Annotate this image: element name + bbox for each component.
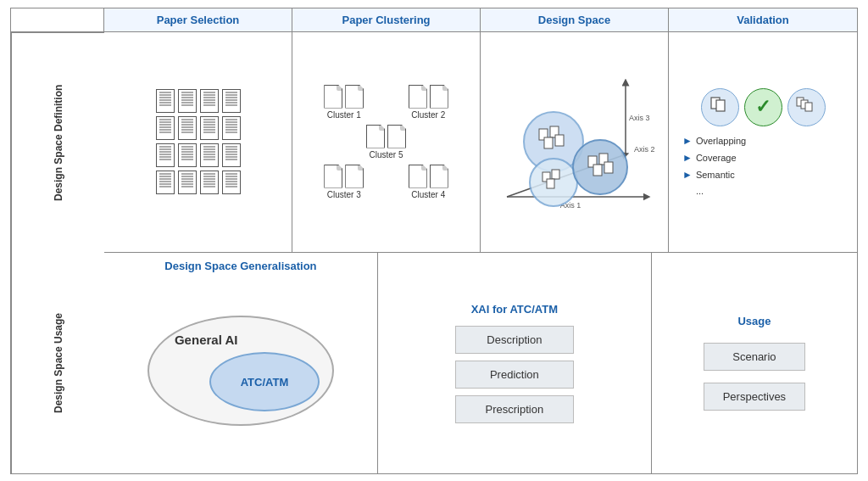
cluster-grid: Cluster 1 Cluster 2 Cluster 5 <box>299 80 473 204</box>
val-semantic: ► Semantic <box>682 169 735 181</box>
arrow-icon: ► <box>682 169 693 181</box>
bottom-content-row: Design Space Generalisation General AI A… <box>104 253 857 473</box>
cluster-paper-icon <box>324 165 342 188</box>
header-row: Paper Selection Paper Clustering Design … <box>104 8 857 32</box>
cluster-paper-icon <box>387 125 406 148</box>
paper-icon <box>156 143 175 167</box>
paper-icon <box>222 143 241 167</box>
paper-icon <box>156 89 175 113</box>
cluster-5-item: Cluster 5 <box>366 125 406 159</box>
svg-rect-15 <box>547 179 554 188</box>
inner-ellipse: ATC/ATM <box>209 352 320 411</box>
validation-cell: ✓ ► Overlapping ► Co <box>669 32 857 252</box>
svg-text:Axis 2: Axis 2 <box>634 145 655 154</box>
paper-icon <box>222 171 241 194</box>
validation-circle-3 <box>787 88 826 126</box>
cluster-3-item: Cluster 3 <box>304 165 384 199</box>
cluster-paper-icon <box>430 85 448 109</box>
paper-icon <box>200 143 219 167</box>
paper-icon <box>222 89 241 113</box>
paper-icon <box>178 171 197 194</box>
papers-icon <box>708 95 732 119</box>
paper-icon <box>200 116 219 140</box>
validation-circle-1 <box>701 88 739 126</box>
paper-icon <box>222 116 241 140</box>
paper-grid <box>153 86 244 198</box>
cluster-1-item: Cluster 1 <box>304 85 384 120</box>
paper-icon <box>178 143 197 167</box>
header-paper-clustering: Paper Clustering <box>292 8 481 31</box>
paper-icon <box>178 116 197 140</box>
arrow-icon: ► <box>682 135 693 147</box>
usage-perspectives-box: Perspectives <box>704 383 805 411</box>
svg-rect-18 <box>593 165 602 176</box>
svg-rect-24 <box>805 103 812 111</box>
svg-text:Axis 3: Axis 3 <box>629 114 650 122</box>
paper-clustering-cell: Cluster 1 Cluster 2 Cluster 5 <box>292 32 481 252</box>
outer-ellipse: General AI ATC/ATM <box>147 316 334 426</box>
generalisation-visual: General AI ATC/ATM <box>111 276 370 467</box>
usage-visual: Usage Scenario Perspectives <box>659 260 850 467</box>
design-space-cell: Axis 1 Axis 2 Axis 3 <box>481 32 669 252</box>
check-icon: ✓ <box>755 96 771 118</box>
val-more: ... <box>682 186 704 196</box>
validation-circles: ✓ <box>682 88 843 126</box>
cluster-2-item: Cluster 2 <box>389 85 469 120</box>
validation-visual: ✓ ► Overlapping ► Co <box>676 81 850 203</box>
xai-title: XAI for ATC/ATM <box>471 303 558 316</box>
xai-prescription-box: Prescription <box>455 395 574 423</box>
header-validation: Validation <box>669 8 857 31</box>
svg-rect-19 <box>604 162 613 173</box>
corner-cell <box>11 8 104 32</box>
usage-cell: Usage Scenario Perspectives <box>652 253 857 473</box>
cluster-paper-icon <box>366 125 385 148</box>
cluster-paper-icon <box>345 85 364 109</box>
paper-selection-cell <box>104 32 292 252</box>
cluster-paper-icon <box>430 165 448 188</box>
xai-prediction-box: Prediction <box>455 361 574 389</box>
cluster-paper-icon <box>345 165 364 188</box>
svg-rect-14 <box>552 170 559 179</box>
paper-icon <box>178 89 197 113</box>
paper-icon <box>200 89 219 113</box>
header-paper-selection: Paper Selection <box>104 8 292 31</box>
svg-rect-21 <box>716 100 725 111</box>
xai-description-box: Description <box>455 326 574 354</box>
atc-atm-label: ATC/ATM <box>241 376 289 389</box>
val-overlapping: ► Overlapping <box>682 135 746 147</box>
arrow-icon: ► <box>682 152 693 164</box>
val-coverage: ► Coverage <box>682 152 737 164</box>
main-diagram: Paper Selection Paper Clustering Design … <box>10 8 858 474</box>
paper-icon <box>156 171 175 194</box>
cluster-paper-icon <box>409 165 427 188</box>
paper-icon <box>200 171 219 194</box>
axes-svg: Axis 1 Axis 2 Axis 3 <box>490 74 659 210</box>
generalisation-title: Design Space Generalisation <box>164 260 316 272</box>
svg-rect-11 <box>544 137 553 148</box>
row-label-design-space-usage: Design Space Usage <box>11 253 104 473</box>
general-ai-label: General AI <box>175 333 237 347</box>
usage-title: Usage <box>737 315 771 327</box>
top-content-row: Cluster 1 Cluster 2 Cluster 5 <box>104 32 857 253</box>
xai-visual: XAI for ATC/ATM Description Prediction P… <box>385 260 644 467</box>
design-space-visual: Axis 1 Axis 2 Axis 3 <box>490 74 659 210</box>
cluster-4-item: Cluster 4 <box>389 165 469 199</box>
usage-scenario-box: Scenario <box>704 343 805 371</box>
row-label-design-space-definition: Design Space Definition <box>11 32 104 253</box>
xai-cell: XAI for ATC/ATM Description Prediction P… <box>378 253 652 473</box>
papers-icon-small <box>794 95 818 119</box>
cluster-paper-icon <box>324 85 342 109</box>
generalisation-cell: Design Space Generalisation General AI A… <box>104 253 378 473</box>
validation-circle-checkmark: ✓ <box>744 88 782 126</box>
svg-rect-12 <box>555 135 564 146</box>
header-design-space: Design Space <box>481 8 669 31</box>
paper-icon <box>156 116 175 140</box>
cluster-paper-icon <box>409 85 427 109</box>
